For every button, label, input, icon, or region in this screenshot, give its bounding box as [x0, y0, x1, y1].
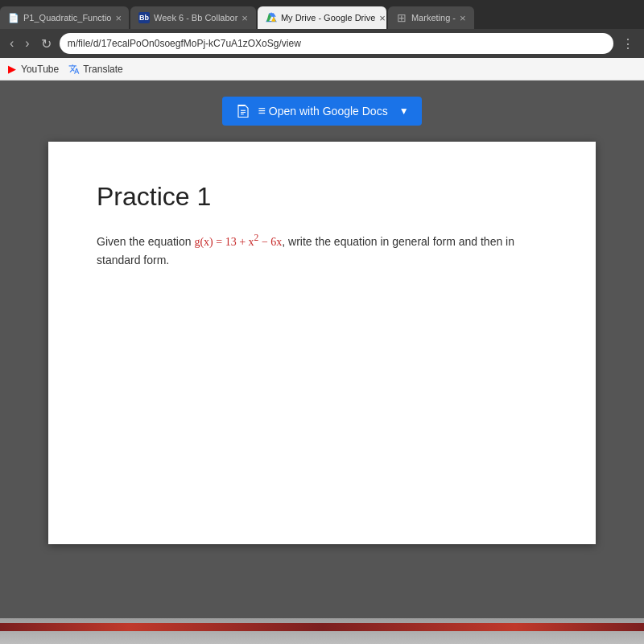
bookmarks-bar: ▶ YouTube Translate — [0, 58, 644, 80]
document-body: Given the equation g(x) = 13 + x2 − 6x, … — [97, 231, 547, 269]
address-bar[interactable]: m/file/d/17ecalPoOn0soegfMoPj-kC7uA1zOXo… — [60, 33, 613, 54]
bookmark-translate-label: Translate — [83, 64, 123, 75]
tab-label-quadratic: P1_Quadratic_Functio — [23, 13, 111, 23]
tab-icon-drive — [266, 12, 277, 23]
tab-bar: 📄 P1_Quadratic_Functio × Bb Week 6 - Bb … — [0, 0, 644, 29]
tab-label-marketing: Marketing - — [411, 13, 456, 23]
tab-drive[interactable]: My Drive - Google Drive × — [258, 6, 386, 29]
browser-window: 📄 P1_Quadratic_Functio × Bb Week 6 - Bb … — [0, 0, 644, 644]
document-page: Practice 1 Given the equation g(x) = 13 … — [48, 142, 596, 544]
laptop-bezel — [0, 618, 644, 644]
youtube-icon: ▶ — [6, 64, 18, 75]
tab-icon-quadratic: 📄 — [8, 12, 19, 23]
url-text: m/file/d/17ecalPoOn0soegfMoPj-kC7uA1zOXo… — [68, 38, 301, 49]
back-button[interactable]: ‹ — [6, 35, 17, 52]
document-title: Practice 1 — [97, 182, 547, 212]
translate-icon — [68, 64, 80, 75]
bookmark-translate[interactable]: Translate — [68, 64, 123, 75]
bookmark-youtube-label: YouTube — [21, 64, 59, 75]
tab-bb[interactable]: Bb Week 6 - Bb Collabor × — [130, 6, 256, 29]
dropdown-arrow-icon[interactable]: ▼ — [399, 105, 409, 117]
tab-close-bb[interactable]: × — [242, 12, 248, 24]
tab-close-quadratic[interactable]: × — [115, 12, 122, 24]
refresh-button[interactable]: ↻ — [38, 35, 55, 53]
open-with-docs-button[interactable]: ≡ Open with Google Docs ▼ — [222, 97, 421, 126]
tab-icon-bb: Bb — [138, 12, 150, 23]
tab-close-marketing[interactable]: × — [460, 12, 466, 24]
extensions-button[interactable]: ⋮ — [618, 35, 638, 53]
document-paragraph: Given the equation g(x) = 13 + x2 − 6x, … — [97, 231, 547, 269]
bookmark-youtube[interactable]: ▶ YouTube — [6, 64, 59, 75]
tab-label-drive: My Drive - Google Drive — [281, 13, 375, 23]
body-text-prefix: Given the equation — [97, 235, 194, 248]
laptop-strip — [0, 623, 644, 631]
open-button-label: Open with Google Docs — [269, 105, 388, 118]
tab-marketing[interactable]: ⊞ Marketing - × — [388, 6, 474, 29]
tab-close-drive[interactable]: × — [379, 12, 386, 24]
forward-button[interactable]: › — [22, 35, 32, 52]
address-bar-row: ‹ › ↻ m/file/d/17ecalPoOn0soegfMoPj-kC7u… — [0, 29, 644, 58]
tab-label-bb: Week 6 - Bb Collabor — [154, 13, 237, 23]
open-button-container: ≡ Open with Google Docs ▼ — [222, 97, 421, 126]
tab-icon-marketing: ⊞ — [396, 12, 407, 23]
body-math: g(x) = 13 + x2 − 6x — [194, 236, 282, 248]
content-area: ≡ Open with Google Docs ▼ Practice 1 Giv… — [0, 80, 644, 644]
docs-icon — [235, 103, 251, 119]
tab-quadratic[interactable]: 📄 P1_Quadratic_Functio × — [0, 6, 129, 29]
